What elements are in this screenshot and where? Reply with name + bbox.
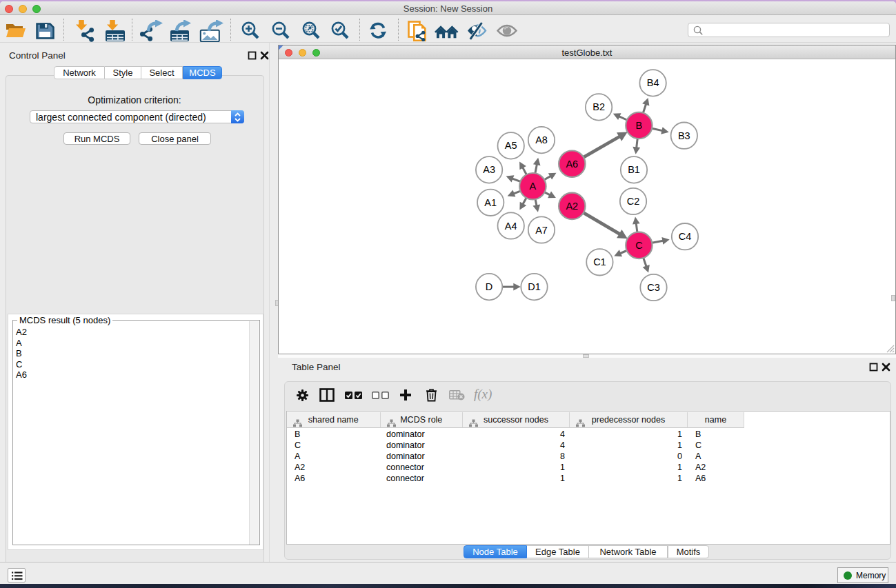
svg-text:A: A [530, 181, 537, 192]
svg-text:B2: B2 [593, 101, 605, 112]
svg-text:A5: A5 [505, 140, 517, 151]
svg-text:A3: A3 [483, 164, 495, 175]
svg-text:A6: A6 [566, 159, 578, 170]
svg-text:A7: A7 [535, 225, 548, 236]
svg-text:C3: C3 [647, 282, 660, 293]
svg-text:B4: B4 [647, 77, 659, 88]
svg-text:C: C [635, 240, 642, 251]
svg-text:B3: B3 [678, 130, 690, 141]
svg-text:A2: A2 [566, 201, 578, 212]
svg-text:B: B [636, 120, 643, 131]
svg-text:B1: B1 [628, 164, 640, 175]
svg-text:A4: A4 [505, 221, 517, 232]
svg-text:C2: C2 [627, 196, 640, 207]
svg-text:D1: D1 [528, 281, 541, 292]
svg-text:C4: C4 [679, 231, 692, 242]
svg-text:C1: C1 [593, 256, 606, 267]
svg-text:D: D [486, 281, 492, 292]
svg-text:A1: A1 [484, 197, 497, 208]
svg-text:A8: A8 [535, 134, 548, 145]
